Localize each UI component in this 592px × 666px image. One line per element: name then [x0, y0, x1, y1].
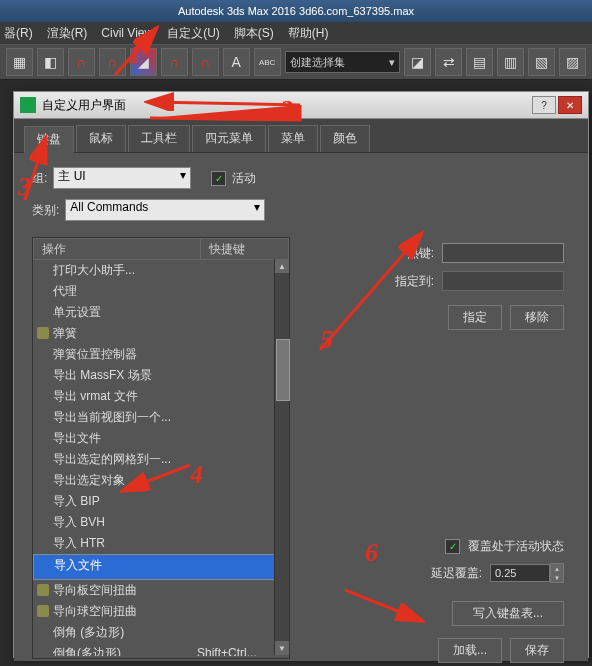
- help-button[interactable]: ?: [532, 96, 556, 114]
- assigned-label: 指定到:: [395, 273, 434, 290]
- group-value: 主 UI: [58, 168, 85, 188]
- category-dropdown[interactable]: All Commands▾: [65, 199, 265, 221]
- list-item[interactable]: 弹簧位置控制器: [33, 344, 289, 365]
- col-action[interactable]: 操作: [34, 239, 201, 259]
- tab-toolbar[interactable]: 工具栏: [128, 125, 190, 152]
- list-item[interactable]: 导入 BVH: [33, 512, 289, 533]
- menu-item[interactable]: 帮助(H): [288, 25, 329, 42]
- assigned-display: [442, 271, 564, 291]
- selection-set-label: 创建选择集: [290, 55, 345, 70]
- write-keyboard-button[interactable]: 写入键盘表...: [452, 601, 564, 626]
- override-checkbox[interactable]: ✓: [445, 539, 460, 554]
- main-menubar: 器(R) 渲染(R) Civil View 自定义(U) 脚本(S) 帮助(H): [0, 22, 592, 44]
- hotkey-input[interactable]: [442, 243, 564, 263]
- list-item[interactable]: 导出当前视图到一个...: [33, 407, 289, 428]
- list-item[interactable]: 弹簧: [33, 323, 289, 344]
- override-label: 覆盖处于活动状态: [468, 538, 564, 555]
- tool-button[interactable]: ◧: [37, 48, 64, 76]
- tool-button[interactable]: ◪: [404, 48, 431, 76]
- tool-button[interactable]: ABC: [254, 48, 281, 76]
- main-toolbar: ▦ ◧ ∩ ∩ ◢ ∩ ∩ A ABC 创建选择集 ▾ ◪ ⇄ ▤ ▥ ▧ ▨: [0, 44, 592, 80]
- dialog-title-text: 自定义用户界面: [42, 97, 126, 114]
- menu-item[interactable]: 脚本(S): [234, 25, 274, 42]
- list-body[interactable]: 打印大小助手...代理单元设置弹簧弹簧位置控制器导出 MassFX 场景导出 v…: [33, 260, 289, 656]
- tool-button[interactable]: ▤: [466, 48, 493, 76]
- category-label: 类别:: [32, 202, 59, 219]
- tab-mouse[interactable]: 鼠标: [76, 125, 126, 152]
- chevron-down-icon: ▾: [180, 168, 186, 188]
- list-item[interactable]: 导出文件: [33, 428, 289, 449]
- list-header: 操作 快捷键: [33, 238, 289, 260]
- list-item[interactable]: 导入 HTR: [33, 533, 289, 554]
- tab-quad[interactable]: 四元菜单: [192, 125, 266, 152]
- group-dropdown[interactable]: 主 UI▾: [53, 167, 191, 189]
- tab-keyboard[interactable]: 键盘: [24, 126, 74, 153]
- group-label: 组:: [32, 170, 47, 187]
- app-icon: [20, 97, 36, 113]
- delay-value[interactable]: 0.25: [490, 564, 550, 582]
- active-checkbox[interactable]: ✓: [211, 171, 226, 186]
- spinner-buttons[interactable]: ▲▼: [550, 563, 564, 583]
- tool-button[interactable]: ▨: [559, 48, 586, 76]
- dialog-tabs: 键盘 鼠标 工具栏 四元菜单 菜单 颜色: [14, 119, 588, 153]
- list-item[interactable]: 导入文件: [33, 554, 289, 580]
- snap-icon[interactable]: ∩: [192, 48, 219, 76]
- annotation-2: 2: [280, 95, 293, 125]
- scroll-down-icon[interactable]: ▼: [275, 641, 289, 655]
- list-item[interactable]: 导出 vrmat 文件: [33, 386, 289, 407]
- annotation-4: 4: [190, 460, 203, 490]
- chevron-down-icon: ▾: [389, 56, 395, 69]
- tool-button[interactable]: ▧: [528, 48, 555, 76]
- selection-set-dropdown[interactable]: 创建选择集 ▾: [285, 51, 401, 73]
- active-label: 活动: [232, 170, 256, 187]
- snap-icon[interactable]: ∩: [68, 48, 95, 76]
- list-item[interactable]: 导向板空间扭曲: [33, 580, 289, 601]
- chevron-down-icon: ▾: [254, 200, 260, 220]
- customize-ui-dialog: 自定义用户界面 ? ✕ 键盘 鼠标 工具栏 四元菜单 菜单 颜色 组: 主 UI…: [13, 91, 589, 658]
- mirror-icon[interactable]: ⇄: [435, 48, 462, 76]
- assign-button[interactable]: 指定: [448, 305, 502, 330]
- right-panel: 热键: 指定到: 指定 移除 ✓ 覆盖处于活动状态 延迟覆盖: 0.25 ▲▼: [314, 243, 564, 666]
- action-list: 操作 快捷键 打印大小助手...代理单元设置弹簧弹簧位置控制器导出 MassFX…: [32, 237, 290, 659]
- load-button[interactable]: 加载...: [438, 638, 502, 663]
- list-item[interactable]: 导出选定对象: [33, 470, 289, 491]
- tool-button[interactable]: ▦: [6, 48, 33, 76]
- list-item[interactable]: 倒角 (多边形): [33, 622, 289, 643]
- menu-item[interactable]: Civil View: [101, 26, 153, 40]
- list-item[interactable]: 代理: [33, 281, 289, 302]
- annotation-1: 1: [128, 40, 141, 70]
- close-button[interactable]: ✕: [558, 96, 582, 114]
- annotation-5: 5: [320, 325, 333, 355]
- menu-item[interactable]: 自定义(U): [167, 25, 220, 42]
- delay-spinner[interactable]: 0.25 ▲▼: [490, 563, 564, 583]
- category-value: All Commands: [70, 200, 148, 220]
- dialog-titlebar[interactable]: 自定义用户界面 ? ✕: [14, 92, 588, 119]
- list-scrollbar[interactable]: ▲ ▼: [274, 259, 289, 655]
- list-item[interactable]: 倒角(多边形)Shift+Ctrl...: [33, 643, 289, 656]
- list-item[interactable]: 导入 BIP: [33, 491, 289, 512]
- tool-button[interactable]: ▥: [497, 48, 524, 76]
- save-button[interactable]: 保存: [510, 638, 564, 663]
- list-item[interactable]: 打印大小助手...: [33, 260, 289, 281]
- list-item[interactable]: 导向球空间扭曲: [33, 601, 289, 622]
- annotation-6: 6: [365, 538, 378, 568]
- col-shortcut[interactable]: 快捷键: [201, 239, 288, 259]
- hotkey-label: 热键:: [407, 245, 434, 262]
- dialog-body: 组: 主 UI▾ ✓ 活动 类别: All Commands▾ 操作 快捷键 打…: [14, 153, 588, 661]
- scroll-up-icon[interactable]: ▲: [275, 259, 289, 273]
- list-item[interactable]: 导出 MassFX 场景: [33, 365, 289, 386]
- list-item[interactable]: 单元设置: [33, 302, 289, 323]
- tab-color[interactable]: 颜色: [320, 125, 370, 152]
- menu-item[interactable]: 渲染(R): [47, 25, 88, 42]
- annotation-3: 3: [18, 172, 31, 202]
- menu-item[interactable]: 器(R): [4, 25, 33, 42]
- tool-button[interactable]: A: [223, 48, 250, 76]
- tab-menu[interactable]: 菜单: [268, 125, 318, 152]
- snap-icon[interactable]: ∩: [99, 48, 126, 76]
- list-item[interactable]: 导出选定的网格到一...: [33, 449, 289, 470]
- remove-button[interactable]: 移除: [510, 305, 564, 330]
- scroll-thumb[interactable]: [276, 339, 290, 401]
- snap-icon[interactable]: ∩: [161, 48, 188, 76]
- app-titlebar: Autodesk 3ds Max 2016 3d66.com_637395.ma…: [0, 0, 592, 22]
- delay-label: 延迟覆盖:: [431, 565, 482, 582]
